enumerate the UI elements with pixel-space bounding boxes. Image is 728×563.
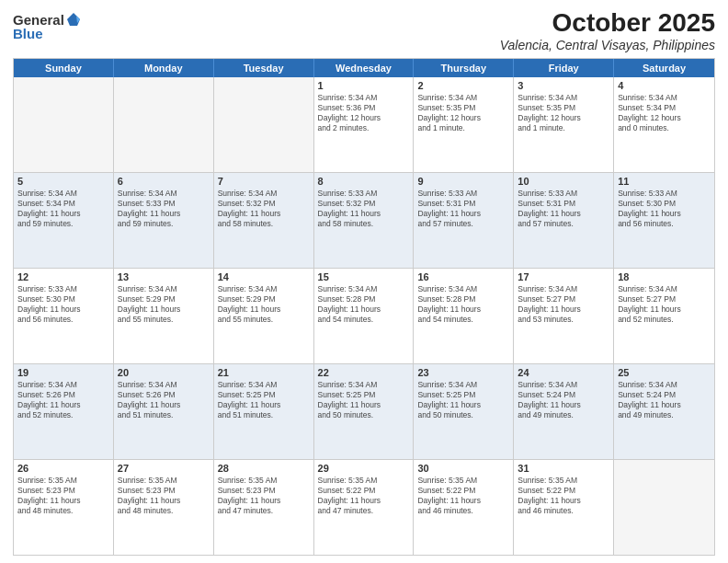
day-info: Sunrise: 5:35 AM Sunset: 5:23 PM Dayligh… — [218, 476, 310, 516]
day-header-tuesday: Tuesday — [214, 59, 314, 77]
day-number: 24 — [518, 367, 609, 378]
day-headers: SundayMondayTuesdayWednesdayThursdayFrid… — [14, 59, 714, 77]
day-number: 2 — [417, 80, 509, 91]
day-info: Sunrise: 5:33 AM Sunset: 5:30 PM Dayligh… — [17, 284, 109, 325]
day-info: Sunrise: 5:34 AM Sunset: 5:34 PM Dayligh… — [618, 93, 711, 133]
day-number: 11 — [618, 176, 711, 187]
day-cell-10: 10Sunrise: 5:33 AM Sunset: 5:31 PM Dayli… — [514, 173, 614, 268]
day-cell-27: 27Sunrise: 5:35 AM Sunset: 5:23 PM Dayli… — [114, 460, 214, 555]
day-info: Sunrise: 5:34 AM Sunset: 5:29 PM Dayligh… — [218, 284, 310, 325]
day-cell-9: 9Sunrise: 5:33 AM Sunset: 5:31 PM Daylig… — [414, 173, 514, 268]
title-block: October 2025 Valencia, Central Visayas, … — [500, 9, 715, 52]
day-info: Sunrise: 5:34 AM Sunset: 5:29 PM Dayligh… — [118, 284, 210, 325]
day-cell-12: 12Sunrise: 5:33 AM Sunset: 5:30 PM Dayli… — [14, 269, 114, 363]
day-info: Sunrise: 5:34 AM Sunset: 5:24 PM Dayligh… — [618, 380, 711, 420]
day-info: Sunrise: 5:34 AM Sunset: 5:24 PM Dayligh… — [518, 380, 609, 420]
day-cell-18: 18Sunrise: 5:34 AM Sunset: 5:27 PM Dayli… — [614, 269, 714, 363]
logo: General Blue — [13, 9, 82, 41]
day-info: Sunrise: 5:34 AM Sunset: 5:27 PM Dayligh… — [518, 284, 609, 325]
day-number: 25 — [618, 367, 711, 378]
day-info: Sunrise: 5:34 AM Sunset: 5:35 PM Dayligh… — [518, 93, 609, 133]
day-number: 9 — [417, 176, 509, 187]
day-info: Sunrise: 5:34 AM Sunset: 5:33 PM Dayligh… — [118, 189, 210, 229]
day-cell-8: 8Sunrise: 5:33 AM Sunset: 5:32 PM Daylig… — [314, 173, 415, 268]
day-cell-25: 25Sunrise: 5:34 AM Sunset: 5:24 PM Dayli… — [614, 364, 714, 459]
day-number: 8 — [318, 176, 410, 187]
day-info: Sunrise: 5:35 AM Sunset: 5:23 PM Dayligh… — [118, 476, 210, 516]
empty-cell — [14, 77, 114, 172]
day-number: 7 — [218, 176, 310, 187]
header: General Blue October 2025 Valencia, Cent… — [13, 9, 715, 52]
day-cell-7: 7Sunrise: 5:34 AM Sunset: 5:32 PM Daylig… — [214, 173, 314, 268]
day-number: 10 — [518, 176, 609, 187]
empty-cell — [114, 77, 214, 172]
day-number: 17 — [518, 271, 609, 282]
day-cell-14: 14Sunrise: 5:34 AM Sunset: 5:29 PM Dayli… — [214, 269, 314, 363]
day-info: Sunrise: 5:34 AM Sunset: 5:28 PM Dayligh… — [318, 284, 410, 325]
day-number: 18 — [618, 271, 711, 282]
day-cell-21: 21Sunrise: 5:34 AM Sunset: 5:25 PM Dayli… — [214, 364, 314, 459]
logo-blue: Blue — [13, 26, 43, 41]
day-number: 26 — [17, 463, 109, 474]
day-info: Sunrise: 5:35 AM Sunset: 5:22 PM Dayligh… — [417, 476, 509, 516]
day-header-sunday: Sunday — [14, 59, 114, 77]
day-info: Sunrise: 5:35 AM Sunset: 5:22 PM Dayligh… — [518, 476, 609, 516]
empty-cell — [614, 460, 714, 555]
day-cell-17: 17Sunrise: 5:34 AM Sunset: 5:27 PM Dayli… — [514, 269, 614, 363]
day-header-friday: Friday — [514, 59, 614, 77]
day-cell-19: 19Sunrise: 5:34 AM Sunset: 5:26 PM Dayli… — [14, 364, 114, 459]
day-info: Sunrise: 5:34 AM Sunset: 5:36 PM Dayligh… — [318, 93, 410, 133]
week-row-3: 12Sunrise: 5:33 AM Sunset: 5:30 PM Dayli… — [14, 269, 714, 364]
logo-icon — [65, 11, 82, 28]
day-number: 15 — [318, 271, 410, 282]
location: Valencia, Central Visayas, Philippines — [500, 38, 715, 52]
day-cell-28: 28Sunrise: 5:35 AM Sunset: 5:23 PM Dayli… — [214, 460, 314, 555]
day-info: Sunrise: 5:33 AM Sunset: 5:32 PM Dayligh… — [318, 189, 410, 229]
day-number: 23 — [417, 367, 509, 378]
calendar-body: 1Sunrise: 5:34 AM Sunset: 5:36 PM Daylig… — [14, 77, 714, 555]
day-cell-31: 31Sunrise: 5:35 AM Sunset: 5:22 PM Dayli… — [514, 460, 614, 555]
week-row-2: 5Sunrise: 5:34 AM Sunset: 5:34 PM Daylig… — [14, 173, 714, 269]
day-number: 12 — [17, 271, 109, 282]
day-info: Sunrise: 5:33 AM Sunset: 5:31 PM Dayligh… — [417, 189, 509, 229]
empty-cell — [214, 77, 314, 172]
day-info: Sunrise: 5:34 AM Sunset: 5:26 PM Dayligh… — [118, 380, 210, 420]
day-number: 3 — [518, 80, 609, 91]
month-title: October 2025 — [500, 9, 715, 38]
day-info: Sunrise: 5:33 AM Sunset: 5:30 PM Dayligh… — [618, 189, 711, 229]
week-row-4: 19Sunrise: 5:34 AM Sunset: 5:26 PM Dayli… — [14, 364, 714, 460]
day-cell-24: 24Sunrise: 5:34 AM Sunset: 5:24 PM Dayli… — [514, 364, 614, 459]
day-header-monday: Monday — [114, 59, 214, 77]
calendar: SundayMondayTuesdayWednesdayThursdayFrid… — [13, 58, 715, 556]
day-cell-26: 26Sunrise: 5:35 AM Sunset: 5:23 PM Dayli… — [14, 460, 114, 555]
day-info: Sunrise: 5:34 AM Sunset: 5:27 PM Dayligh… — [618, 284, 711, 325]
day-cell-5: 5Sunrise: 5:34 AM Sunset: 5:34 PM Daylig… — [14, 173, 114, 268]
logo-general: General — [13, 12, 64, 28]
day-cell-29: 29Sunrise: 5:35 AM Sunset: 5:22 PM Dayli… — [314, 460, 415, 555]
week-row-5: 26Sunrise: 5:35 AM Sunset: 5:23 PM Dayli… — [14, 460, 714, 555]
day-cell-22: 22Sunrise: 5:34 AM Sunset: 5:25 PM Dayli… — [314, 364, 415, 459]
day-cell-30: 30Sunrise: 5:35 AM Sunset: 5:22 PM Dayli… — [414, 460, 514, 555]
day-cell-2: 2Sunrise: 5:34 AM Sunset: 5:35 PM Daylig… — [414, 77, 514, 172]
day-number: 4 — [618, 80, 711, 91]
day-number: 6 — [118, 176, 210, 187]
day-number: 21 — [218, 367, 310, 378]
day-number: 22 — [318, 367, 410, 378]
day-info: Sunrise: 5:34 AM Sunset: 5:32 PM Dayligh… — [218, 189, 310, 229]
day-cell-1: 1Sunrise: 5:34 AM Sunset: 5:36 PM Daylig… — [314, 77, 415, 172]
day-number: 31 — [518, 463, 609, 474]
day-number: 29 — [318, 463, 410, 474]
day-header-thursday: Thursday — [414, 59, 514, 77]
day-info: Sunrise: 5:34 AM Sunset: 5:25 PM Dayligh… — [318, 380, 410, 420]
calendar-container: General Blue October 2025 Valencia, Cent… — [0, 0, 728, 563]
day-info: Sunrise: 5:35 AM Sunset: 5:23 PM Dayligh… — [17, 476, 109, 516]
day-info: Sunrise: 5:34 AM Sunset: 5:35 PM Dayligh… — [417, 93, 509, 133]
day-info: Sunrise: 5:34 AM Sunset: 5:26 PM Dayligh… — [17, 380, 109, 420]
day-cell-20: 20Sunrise: 5:34 AM Sunset: 5:26 PM Dayli… — [114, 364, 214, 459]
day-info: Sunrise: 5:34 AM Sunset: 5:34 PM Dayligh… — [17, 189, 109, 229]
day-number: 20 — [118, 367, 210, 378]
day-info: Sunrise: 5:33 AM Sunset: 5:31 PM Dayligh… — [518, 189, 609, 229]
day-number: 30 — [417, 463, 509, 474]
day-info: Sunrise: 5:34 AM Sunset: 5:28 PM Dayligh… — [417, 284, 509, 325]
day-header-saturday: Saturday — [614, 59, 714, 77]
